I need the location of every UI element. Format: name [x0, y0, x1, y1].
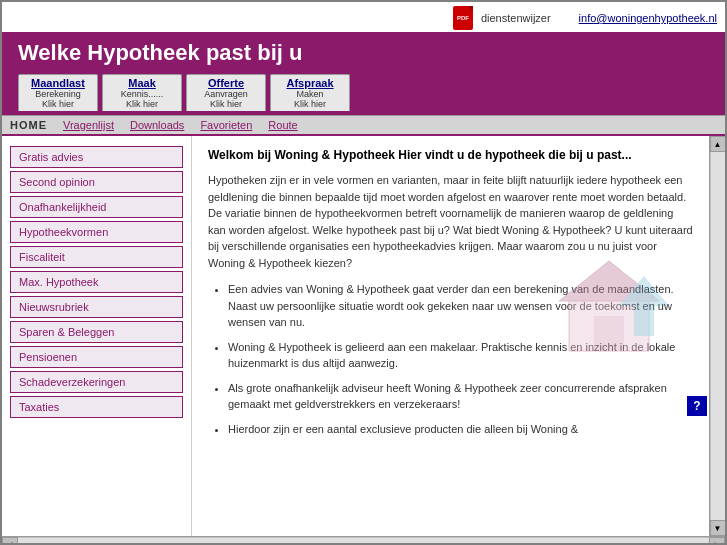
scroll-down-button[interactable]: ▼ — [710, 520, 726, 536]
sidebar-item-max-hypotheek[interactable]: Max. Hypotheek — [10, 271, 183, 293]
tab-offerte-sub: Klik hier — [195, 99, 257, 109]
dienstenwijzer-area: PDF dienstenwijzer info@woningenhypothee… — [453, 6, 717, 30]
nav-vragenlijst[interactable]: Vragenlijst — [63, 119, 114, 131]
tab-kennis[interactable]: Maak Kennis...... Klik hier — [102, 74, 182, 111]
sidebar-item-nieuwsrubriek[interactable]: Nieuwsrubriek — [10, 296, 183, 318]
sidebar-item-fiscaliteit[interactable]: Fiscaliteit — [10, 246, 183, 268]
bullet-item-4: Hierdoor zijn er een aantal exclusieve p… — [228, 421, 693, 438]
header-title-bar: Welke Hypotheek past bij u — [2, 32, 725, 74]
tab-afspraak-main: Afspraak — [279, 77, 341, 89]
pdf-icon: PDF — [453, 6, 473, 30]
tab-kennis-second: Kennis...... — [111, 89, 173, 99]
secondary-nav: HOME Vragenlijst Downloads Favorieten Ro… — [2, 116, 725, 136]
sidebar-item-sparen-beleggen[interactable]: Sparen & Beleggen — [10, 321, 183, 343]
scroll-up-icon: ▲ — [714, 140, 722, 149]
scroll-track[interactable] — [711, 152, 725, 520]
window-frame: PDF dienstenwijzer info@woningenhypothee… — [0, 0, 727, 545]
right-scrollbar: ▲ ▼ — [709, 136, 725, 536]
scroll-up-button[interactable]: ▲ — [710, 136, 726, 152]
dienstenwijzer-label: dienstenwijzer — [481, 12, 551, 24]
bottom-scroll-track[interactable] — [18, 538, 709, 546]
home-label: HOME — [10, 119, 47, 131]
sidebar-item-hypotheekvormen[interactable]: Hypotheekvormen — [10, 221, 183, 243]
header-top: PDF dienstenwijzer info@woningenhypothee… — [2, 2, 725, 32]
svg-rect-1 — [594, 316, 624, 351]
nav-favorieten[interactable]: Favorieten — [200, 119, 252, 131]
help-icon: ? — [693, 399, 700, 413]
tab-afspraak[interactable]: Afspraak Maken Klik hier — [270, 74, 350, 111]
main-title: Welke Hypotheek past bij u — [18, 40, 302, 66]
scroll-left-icon: ◄ — [6, 540, 14, 545]
tab-kennis-main: Maak — [111, 77, 173, 89]
tab-afspraak-sub: Klik hier — [279, 99, 341, 109]
tab-afspraak-second: Maken — [279, 89, 341, 99]
sidebar-item-schadeverzekeringen[interactable]: Schadeverzekeringen — [10, 371, 183, 393]
sidebar-item-onafhankelijkheid[interactable]: Onafhankelijkheid — [10, 196, 183, 218]
scroll-down-icon: ▼ — [714, 524, 722, 533]
help-button[interactable]: ? — [687, 396, 707, 416]
scroll-right-icon: ► — [713, 540, 721, 545]
scroll-right-button[interactable]: ► — [709, 537, 725, 546]
sidebar: Gratis advies Second opinion Onafhankeli… — [2, 136, 192, 536]
tab-offerte-second: Aanvragen — [195, 89, 257, 99]
nav-route[interactable]: Route — [268, 119, 297, 131]
sidebar-item-gratis-advies[interactable]: Gratis advies — [10, 146, 183, 168]
tab-maandlast-sub: Klik hier — [27, 99, 89, 109]
outer-border: PDF dienstenwijzer info@woningenhypothee… — [0, 0, 727, 545]
bullet-item-3: Als grote onafhankelijk adviseur heeft W… — [228, 380, 693, 413]
tab-maandlast-second: Berekening — [27, 89, 89, 99]
email-link[interactable]: info@woningenhypotheek.nl — [579, 12, 717, 24]
sidebar-item-taxaties[interactable]: Taxaties — [10, 396, 183, 418]
bottom-scrollbar: ◄ ► — [2, 536, 725, 545]
tab-kennis-sub: Klik hier — [111, 99, 173, 109]
decorative-image — [549, 256, 669, 356]
nav-tabs: Maandlast Berekening Klik hier Maak Kenn… — [2, 74, 725, 115]
tab-offerte-main: Offerte — [195, 77, 257, 89]
sidebar-item-second-opinion[interactable]: Second opinion — [10, 171, 183, 193]
tab-maandlast[interactable]: Maandlast Berekening Klik hier — [18, 74, 98, 111]
main-layout: Gratis advies Second opinion Onafhankeli… — [2, 136, 725, 536]
tab-maandlast-main: Maandlast — [27, 77, 89, 89]
sidebar-item-pensioenen[interactable]: Pensioenen — [10, 346, 183, 368]
scroll-left-button[interactable]: ◄ — [2, 537, 18, 546]
nav-downloads[interactable]: Downloads — [130, 119, 184, 131]
tab-offerte[interactable]: Offerte Aanvragen Klik hier — [186, 74, 266, 111]
welcome-title: Welkom bij Woning & Hypotheek Hier vindt… — [208, 148, 693, 162]
header-section: PDF dienstenwijzer info@woningenhypothee… — [2, 2, 725, 116]
content-area: Welkom bij Woning & Hypotheek Hier vindt… — [192, 136, 709, 536]
